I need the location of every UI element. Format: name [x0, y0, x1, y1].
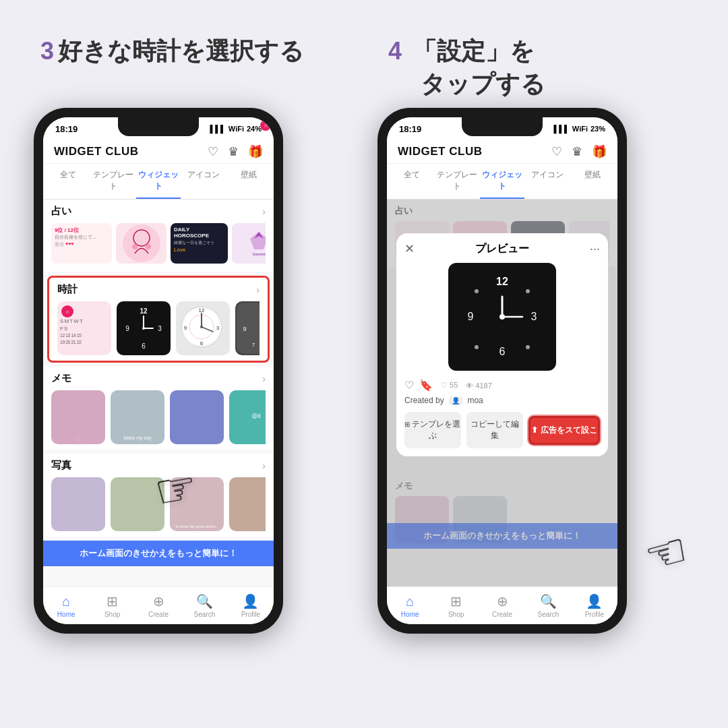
- gift-icon-right[interactable]: 🎁: [592, 144, 607, 159]
- svg-point-24: [200, 326, 203, 328]
- nav-create-right[interactable]: ⊕ Create: [479, 593, 525, 618]
- header-icons-left: ♡ ♛ 🎁: [208, 144, 263, 159]
- status-icons-left: ▌▌▌ WiFi 24%: [210, 125, 262, 133]
- upload-icon: ⬆: [531, 425, 538, 435]
- heart-icon-right[interactable]: ♡: [551, 144, 562, 159]
- modal-title: プレビュー: [415, 242, 590, 256]
- nav-search-left[interactable]: 🔍 Search: [181, 593, 227, 618]
- tab-icon-right[interactable]: アイコン: [524, 164, 570, 199]
- header-icons-right: ♡ ♛ 🎁: [551, 144, 607, 159]
- horoscope-arrow-left[interactable]: ›: [262, 206, 266, 217]
- clock-item-2[interactable]: 12 3 6 9: [117, 301, 171, 355]
- memo-item-2[interactable]: Make my day: [111, 390, 164, 444]
- photo-item-3[interactable]: 'll never be gone since...: [170, 477, 224, 531]
- nav-create-left[interactable]: ⊕ Create: [135, 593, 181, 618]
- svg-text:9: 9: [243, 326, 246, 332]
- nav-search-label-right: Search: [538, 611, 559, 618]
- horo-card-2[interactable]: [116, 223, 166, 264]
- tabs-right: 全て テンプレート ウィジェット アイコン 壁紙: [387, 164, 617, 200]
- preview-clock-svg: 12 3 6 9: [452, 266, 553, 367]
- modal-bookmark-button[interactable]: 🔖: [419, 379, 433, 392]
- nav-shop-left[interactable]: ⊞ Shop: [89, 593, 135, 618]
- horo-card-3[interactable]: DAILY HOROSCOPE 綺麗な一日を過ごそう Love: [171, 223, 228, 264]
- cta-banner-left[interactable]: ホーム画面のきせかえをもっと簡単に！: [43, 541, 274, 566]
- svg-text:7: 7: [252, 342, 255, 348]
- nav-home-left[interactable]: ⌂ Home: [43, 594, 89, 618]
- svg-text:6: 6: [142, 342, 146, 350]
- hand-cursor-right: ☞: [638, 521, 694, 586]
- tab-template[interactable]: テンプレート: [91, 164, 136, 199]
- nav-shop-right[interactable]: ⊞ Shop: [433, 593, 479, 618]
- clock-item-1[interactable]: ○ S M T W T F S 12 13 14 15 19 20 21 22: [57, 301, 111, 355]
- modal-close-button[interactable]: ✕: [404, 241, 415, 256]
- modal-like-button[interactable]: ♡: [404, 379, 414, 392]
- clock-item-4[interactable]: 11 6 9 3 1 7: [235, 301, 260, 355]
- tab-template-right[interactable]: テンプレート: [435, 164, 480, 199]
- tab-wallpaper[interactable]: 壁紙: [226, 164, 271, 199]
- nav-profile-left[interactable]: 👤 Profile: [228, 593, 274, 618]
- btn-template[interactable]: ⊞ テンプレを選ぶ: [404, 412, 461, 448]
- section-photo-left: 写真 › 'll never be gone since...: [43, 454, 274, 537]
- crown-icon-left[interactable]: ♛: [228, 144, 239, 159]
- nav-search-label-left: Search: [194, 611, 216, 618]
- nav-home-right[interactable]: ⌂ Home: [387, 594, 433, 618]
- home-icon-left: ⌂: [62, 594, 70, 609]
- horo-card-1[interactable]: 9位 / 12位 自分自身を信じて... 愛情 ♥♥♥: [51, 223, 112, 264]
- svg-point-40: [526, 289, 530, 293]
- modal-clock-preview: 12 3 6 9: [448, 263, 556, 371]
- tab-widget[interactable]: ウィジェット: [136, 164, 181, 199]
- horo-card-4[interactable]: Gemini: [232, 223, 266, 264]
- svg-text:12: 12: [140, 307, 148, 315]
- memo-item-4[interactable]: @it: [229, 390, 266, 444]
- nav-search-right[interactable]: 🔍 Search: [525, 593, 571, 618]
- tab-all-right[interactable]: 全て: [390, 164, 435, 199]
- crown-icon-right[interactable]: ♛: [572, 144, 582, 159]
- notch-left: [118, 117, 199, 136]
- notch-right: [462, 117, 543, 136]
- tab-wallpaper-right[interactable]: 壁紙: [570, 164, 615, 199]
- tab-icon[interactable]: アイコン: [181, 164, 226, 199]
- svg-rect-25: [237, 303, 260, 354]
- battery-right: 23%: [590, 125, 605, 133]
- profile-icon-left: 👤: [242, 593, 259, 609]
- clock-arrow-left[interactable]: ›: [256, 284, 260, 295]
- status-time-left: 18:19: [55, 124, 78, 134]
- wifi-icon-right: WiFi: [572, 125, 588, 133]
- heart-icon-left[interactable]: ♡: [208, 144, 218, 159]
- clock-header-left: 時計 ›: [57, 283, 260, 296]
- memo-item-1[interactable]: ○ 🌸: [51, 390, 105, 444]
- step1-number: 3: [40, 37, 54, 65]
- memo-title-left: メモ: [51, 372, 71, 385]
- nav-shop-label-left: Shop: [104, 611, 120, 618]
- phone-right-inner: 18:19 ▌▌▌ WiFi 23% WIDGET CLUB ♡ ♛ 🎁 全て: [387, 117, 617, 624]
- photo-item-2[interactable]: [111, 477, 164, 531]
- photo-items-left: 'll never be gone since...: [51, 477, 266, 531]
- tab-all[interactable]: 全て: [46, 164, 91, 199]
- status-time-right: 18:19: [399, 124, 421, 134]
- search-icon-left: 🔍: [196, 593, 213, 609]
- nav-profile-right[interactable]: 👤 Profile: [572, 593, 617, 618]
- svg-text:11: 11: [259, 307, 260, 314]
- photo-item-1[interactable]: [51, 477, 105, 531]
- modal-more-button[interactable]: ···: [590, 242, 600, 256]
- svg-text:3: 3: [216, 325, 220, 331]
- modal-header: ✕ プレビュー ···: [404, 241, 600, 256]
- modal-btn-row: ⊞ テンプレを選ぶ コピーして編集 ⬆ 広告をスて設こ: [404, 412, 600, 448]
- app-title-left: WIDGET CLUB: [54, 145, 138, 158]
- phone-right: 18:19 ▌▌▌ WiFi 23% WIDGET CLUB ♡ ♛ 🎁 全て: [377, 108, 627, 634]
- btn-set[interactable]: ⬆ 広告をスて設こ: [528, 416, 601, 445]
- gift-icon-left[interactable]: 🎁: [248, 144, 263, 159]
- content-left: 占い › 9位 / 12位 自分自身を信じて... 愛情 ♥♥♥: [43, 200, 274, 586]
- clock-item-3[interactable]: 12 3 6 9: [176, 301, 230, 355]
- nav-create-label-right: Create: [492, 611, 512, 618]
- memo-arrow-left[interactable]: ›: [262, 373, 266, 384]
- memo-item-3[interactable]: [170, 390, 224, 444]
- dark-clock-svg: 12 3 6 9: [118, 303, 169, 354]
- svg-text:9: 9: [125, 325, 129, 332]
- clock-title-left: 時計: [57, 283, 78, 296]
- phone-right-screen: 18:19 ▌▌▌ WiFi 23% WIDGET CLUB ♡ ♛ 🎁 全て: [387, 117, 617, 624]
- photo-item-4[interactable]: [229, 477, 266, 531]
- tab-widget-right[interactable]: ウィジェット: [480, 164, 525, 199]
- btn-copy[interactable]: コピーして編集: [466, 412, 523, 448]
- photo-arrow-left[interactable]: ›: [262, 460, 266, 471]
